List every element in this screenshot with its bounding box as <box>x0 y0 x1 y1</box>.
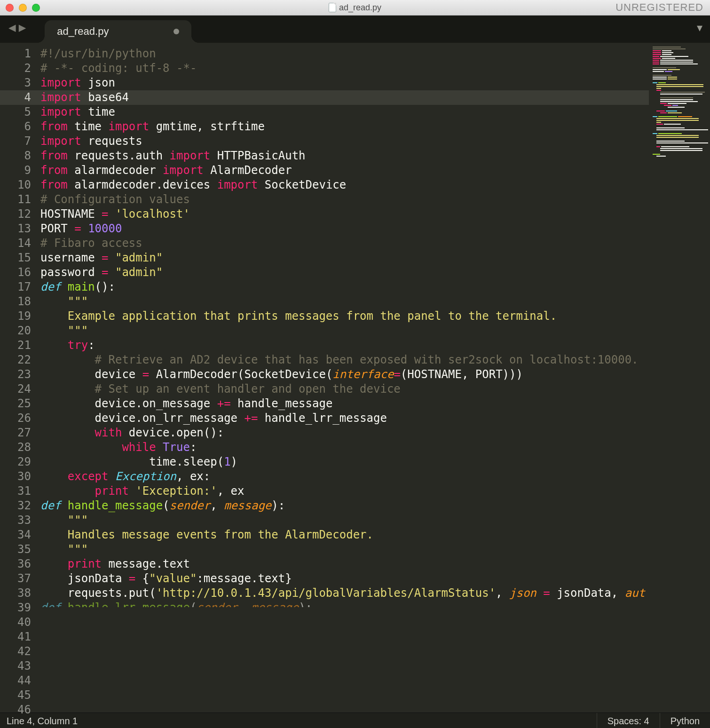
line-number[interactable]: 46 <box>0 703 40 717</box>
code-line[interactable]: """ <box>40 324 649 338</box>
code-line[interactable]: # -*- coding: utf-8 -*- <box>40 61 649 76</box>
line-number[interactable]: 19 <box>0 309 40 324</box>
code-line[interactable]: print 'Exception:', ex <box>40 484 649 499</box>
tab-ad-read[interactable]: ad_read.py <box>45 20 191 43</box>
code-line[interactable]: # Fibaro access <box>40 236 649 251</box>
line-number[interactable]: 44 <box>0 673 40 688</box>
line-number[interactable]: 6 <box>0 119 40 134</box>
code-line[interactable]: """ <box>40 294 649 309</box>
code-line[interactable]: HOSTNAME = 'localhost' <box>40 207 649 222</box>
line-number[interactable]: 23 <box>0 367 40 382</box>
line-number[interactable]: 42 <box>0 644 40 659</box>
code-line[interactable]: # Configuration values <box>40 192 649 207</box>
line-number[interactable]: 39 <box>0 601 40 615</box>
code-line[interactable]: time.sleep(1) <box>40 455 649 469</box>
code-line[interactable]: PORT = 10000 <box>40 222 649 236</box>
line-number[interactable]: 24 <box>0 382 40 396</box>
code-line[interactable]: import time <box>40 105 649 119</box>
window-close-button[interactable] <box>6 4 14 12</box>
line-number[interactable]: 17 <box>0 280 40 294</box>
line-number[interactable]: 5 <box>0 105 40 119</box>
code-line[interactable]: from alarmdecoder import AlarmDecoder <box>40 163 649 178</box>
code-line[interactable]: from requests.auth import HTTPBasicAuth <box>40 149 649 163</box>
code-token: main <box>68 280 95 293</box>
code-line[interactable]: print message.text <box>40 557 649 571</box>
history-forward-icon[interactable]: ▶ <box>19 20 26 34</box>
code-line[interactable]: """ <box>40 542 649 557</box>
line-number[interactable]: 27 <box>0 426 40 440</box>
tab-overflow-dropdown-icon[interactable]: ▼ <box>697 22 702 33</box>
code-line[interactable]: def main(): <box>40 280 649 294</box>
code-line[interactable]: device.on_lrr_message += handle_lrr_mess… <box>40 411 649 426</box>
line-number[interactable]: 11 <box>0 192 40 207</box>
line-number[interactable]: 4 <box>0 90 40 105</box>
code-line[interactable]: while True: <box>40 440 649 455</box>
line-number[interactable]: 41 <box>0 630 40 644</box>
code-line[interactable]: device.on_message += handle_message <box>40 396 649 411</box>
line-number[interactable]: 45 <box>0 688 40 703</box>
line-number[interactable]: 40 <box>0 615 40 630</box>
line-number[interactable]: 7 <box>0 134 40 149</box>
line-number[interactable]: 29 <box>0 455 40 469</box>
code-line[interactable]: Example application that prints messages… <box>40 309 649 324</box>
code-line[interactable]: from alarmdecoder.devices import SocketD… <box>40 178 649 192</box>
code-line[interactable]: """ <box>40 513 649 528</box>
line-number[interactable]: 28 <box>0 440 40 455</box>
code-token: json <box>81 76 115 89</box>
line-number[interactable]: 36 <box>0 557 40 571</box>
line-number[interactable]: 33 <box>0 513 40 528</box>
line-number[interactable]: 37 <box>0 571 40 586</box>
line-number[interactable]: 34 <box>0 528 40 542</box>
line-number[interactable]: 12 <box>0 207 40 222</box>
svg-rect-30 <box>656 84 703 85</box>
code-line[interactable]: with device.open(): <box>40 426 649 440</box>
line-number[interactable]: 22 <box>0 353 40 367</box>
line-number[interactable]: 1 <box>0 47 40 61</box>
line-number[interactable]: 9 <box>0 163 40 178</box>
code-line[interactable]: try: <box>40 338 649 353</box>
line-number[interactable]: 31 <box>0 484 40 499</box>
line-number[interactable]: 21 <box>0 338 40 353</box>
line-number[interactable]: 25 <box>0 396 40 411</box>
window-zoom-button[interactable] <box>32 4 40 12</box>
code-line[interactable]: #!/usr/bin/python <box>40 47 649 61</box>
code-line[interactable]: import base64 <box>40 90 649 105</box>
code-line[interactable]: device = AlarmDecoder(SocketDevice(inter… <box>40 367 649 382</box>
code-line[interactable]: requests.put('http://10.0.1.43/api/globa… <box>40 586 649 601</box>
line-number[interactable]: 3 <box>0 76 40 90</box>
code-line[interactable]: def handle_message(sender, message): <box>40 499 649 513</box>
code-line[interactable]: Handles message events from the AlarmDec… <box>40 528 649 542</box>
window-minimize-button[interactable] <box>19 4 27 12</box>
code-line[interactable]: password = "admin" <box>40 265 649 280</box>
status-syntax[interactable]: Python <box>660 713 710 728</box>
status-indentation[interactable]: Spaces: 4 <box>597 713 660 728</box>
line-number-gutter[interactable]: 1234567891011121314151617181920212223242… <box>0 43 40 712</box>
code-line[interactable]: # Retrieve an AD2 device that has been e… <box>40 353 649 367</box>
line-number[interactable]: 32 <box>0 499 40 513</box>
svg-rect-49 <box>658 116 677 117</box>
line-number[interactable]: 43 <box>0 659 40 673</box>
code-line[interactable]: username = "admin" <box>40 251 649 265</box>
line-number[interactable]: 30 <box>0 469 40 484</box>
line-number[interactable]: 18 <box>0 294 40 309</box>
history-back-icon[interactable]: ◀ <box>8 20 16 34</box>
line-number[interactable]: 10 <box>0 178 40 192</box>
line-number[interactable]: 2 <box>0 61 40 76</box>
code-line[interactable]: # Set up an event handler and open the d… <box>40 382 649 396</box>
line-number[interactable]: 26 <box>0 411 40 426</box>
minimap[interactable] <box>649 43 710 712</box>
line-number[interactable]: 14 <box>0 236 40 251</box>
code-line[interactable]: import requests <box>40 134 649 149</box>
line-number[interactable]: 35 <box>0 542 40 557</box>
line-number[interactable]: 13 <box>0 222 40 236</box>
code-area[interactable]: #!/usr/bin/python# -*- coding: utf-8 -*-… <box>40 43 649 712</box>
code-line[interactable]: from time import gmtime, strftime <box>40 119 649 134</box>
code-line[interactable]: jsonData = {"value":message.text} <box>40 571 649 586</box>
line-number[interactable]: 20 <box>0 324 40 338</box>
line-number[interactable]: 15 <box>0 251 40 265</box>
line-number[interactable]: 8 <box>0 149 40 163</box>
code-line[interactable]: except Exception, ex: <box>40 469 649 484</box>
line-number[interactable]: 38 <box>0 586 40 601</box>
line-number[interactable]: 16 <box>0 265 40 280</box>
code-line[interactable]: import json <box>40 76 649 90</box>
